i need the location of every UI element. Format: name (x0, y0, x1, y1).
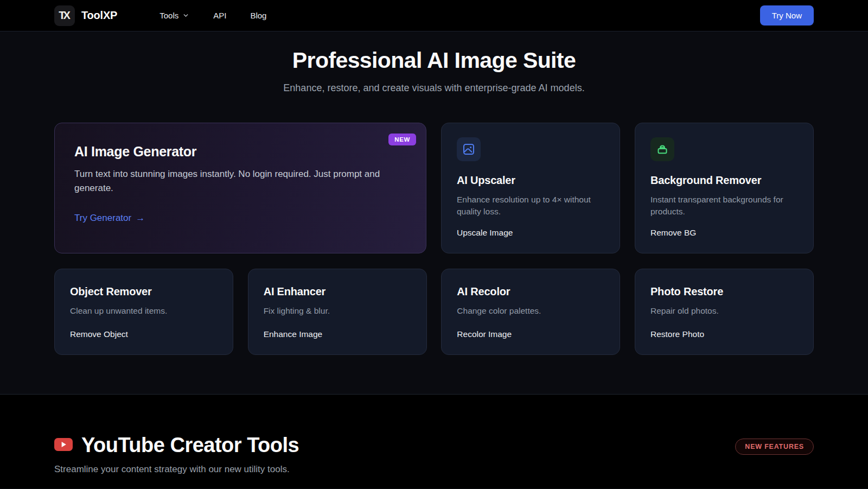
nav-container: TX ToolXP Tools API Blog Try Now (54, 5, 814, 26)
image-icon (457, 137, 481, 161)
section-title: YouTube Creator Tools (81, 434, 299, 457)
card-description: Fix lighting & blur. (264, 305, 411, 317)
remove-bg-action[interactable]: Remove BG (650, 228, 696, 238)
card-title: Background Remover (650, 174, 798, 187)
card-row-1: NEW AI Image Generator Turn text into st… (54, 123, 814, 253)
card-title: AI Recolor (457, 285, 604, 298)
hero: Professional AI Image Suite Enhance, res… (0, 31, 868, 94)
recolor-image-action[interactable]: Recolor Image (457, 329, 512, 339)
nav-item-blog[interactable]: Blog (250, 11, 266, 20)
nav-item-tools[interactable]: Tools (159, 11, 189, 20)
youtube-section-container: YouTube Creator Tools NEW FEATURES Strea… (54, 434, 814, 475)
nav-links: Tools API Blog (159, 11, 266, 20)
card-title: Object Remover (70, 285, 218, 298)
try-now-button[interactable]: Try Now (760, 5, 814, 26)
top-nav: TX ToolXP Tools API Blog Try Now (0, 0, 868, 31)
nav-item-tools-label: Tools (159, 11, 178, 20)
youtube-creator-tools-section: YouTube Creator Tools NEW FEATURES Strea… (0, 394, 868, 488)
card-description: Instant transparent backgrounds for prod… (650, 194, 798, 218)
nav-item-api-label: API (213, 11, 226, 20)
remove-object-action[interactable]: Remove Object (70, 329, 128, 339)
card-description: Change color palettes. (457, 305, 604, 317)
youtube-icon (54, 438, 73, 453)
new-features-badge: NEW FEATURES (735, 439, 814, 455)
page-subtitle: Enhance, restore, and create visuals wit… (0, 82, 868, 94)
try-generator-link[interactable]: Try Generator → (74, 213, 145, 224)
card-title: AI Upscaler (457, 174, 604, 187)
card-description: Enhance resolution up to 4× without qual… (457, 194, 604, 218)
brand-name: ToolXP (81, 9, 117, 22)
page-title: Professional AI Image Suite (0, 48, 868, 73)
logo-monogram-icon: TX (54, 5, 75, 26)
nav-item-api[interactable]: API (213, 11, 226, 20)
enhance-image-action[interactable]: Enhance Image (264, 329, 323, 339)
youtube-title-wrap: YouTube Creator Tools (54, 434, 299, 457)
card-background-remover[interactable]: Background Remover Instant transparent b… (635, 123, 814, 253)
card-ai-image-generator: NEW AI Image Generator Turn text into st… (54, 123, 426, 253)
card-title: Photo Restore (650, 285, 798, 298)
chevron-down-icon (182, 12, 189, 19)
arrow-right-icon: → (136, 213, 145, 224)
try-generator-label: Try Generator (74, 213, 131, 224)
brand-logo[interactable]: TX ToolXP (54, 5, 117, 26)
card-title: AI Image Generator (74, 144, 406, 160)
upscale-image-action[interactable]: Upscale Image (457, 228, 513, 238)
card-object-remover[interactable]: Object Remover Clean up unwanted items. … (54, 269, 233, 355)
nav-item-blog-label: Blog (250, 11, 266, 20)
card-row-2: Object Remover Clean up unwanted items. … (54, 269, 814, 355)
restore-photo-action[interactable]: Restore Photo (650, 329, 704, 339)
card-description: Clean up unwanted items. (70, 305, 218, 317)
card-ai-recolor[interactable]: AI Recolor Change color palettes. Recolo… (441, 269, 620, 355)
card-photo-restore[interactable]: Photo Restore Repair old photos. Restore… (635, 269, 814, 355)
card-title: AI Enhancer (264, 285, 411, 298)
card-description: Repair old photos. (650, 305, 798, 317)
tool-suite-grid: NEW AI Image Generator Turn text into st… (54, 123, 814, 355)
card-ai-enhancer[interactable]: AI Enhancer Fix lighting & blur. Enhance… (248, 269, 427, 355)
card-description: Turn text into stunning images instantly… (74, 167, 406, 196)
bag-icon (650, 137, 674, 161)
youtube-section-header: YouTube Creator Tools NEW FEATURES (54, 434, 814, 457)
section-subtitle: Streamline your content strategy with ou… (54, 464, 814, 475)
new-badge: NEW (388, 134, 416, 145)
card-ai-upscaler[interactable]: AI Upscaler Enhance resolution up to 4× … (441, 123, 620, 253)
